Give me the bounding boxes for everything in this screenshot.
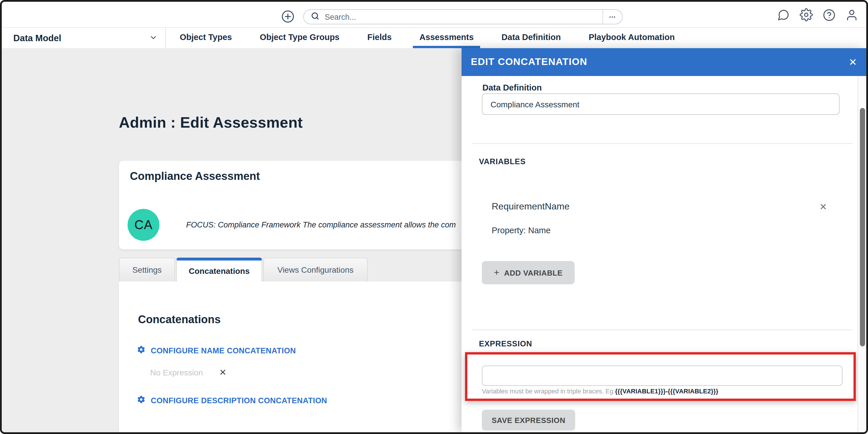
- divider: [472, 143, 853, 144]
- configure-name-concatenation-link[interactable]: CONFIGURE NAME CONCATENATION: [137, 345, 296, 356]
- assessment-card: Compliance Assessment CA FOCUS: Complian…: [119, 161, 490, 250]
- modal-body: Data Definition VARIABLES RequirementNam…: [462, 76, 858, 432]
- add-variable-label: ADD VARIABLE: [504, 268, 563, 277]
- module-tabs: Object Types Object Type Groups Fields A…: [166, 28, 688, 48]
- name-expression-row: No Expression ✕: [150, 367, 226, 378]
- variable-name: RequirementName: [492, 201, 570, 212]
- topbar-icons: [777, 2, 858, 28]
- close-icon[interactable]: ✕: [849, 56, 857, 68]
- search-input[interactable]: [323, 12, 602, 22]
- search-bar[interactable]: •••: [303, 9, 623, 24]
- tab-views-configurations[interactable]: Views Configurations: [263, 258, 368, 282]
- configure-description-concatenation-label: CONFIGURE DESCRIPTION CONCATENATION: [151, 396, 327, 405]
- module-selector[interactable]: Data Model: [2, 28, 166, 48]
- edit-concatenation-panel: EDIT CONCATENATION ✕ Data Definition VAR…: [462, 48, 866, 432]
- save-expression-button[interactable]: SAVE EXPRESSION: [482, 410, 575, 431]
- no-expression-label: No Expression: [150, 368, 203, 377]
- module-nav: Data Model Object Types Object Type Grou…: [2, 28, 866, 48]
- person-icon[interactable]: [845, 8, 858, 21]
- chevron-down-icon: [150, 33, 157, 43]
- top-bar: •••: [2, 2, 866, 28]
- expression-helper-text: Variables must be wrapped in triple brac…: [482, 387, 718, 395]
- expression-helper-example: {{{VARIABLE1}}}-{{{VARIABLE2}}}: [615, 387, 718, 395]
- expression-highlight-box: Variables must be wrapped in triple brac…: [465, 352, 856, 401]
- nav-tab-fields[interactable]: Fields: [361, 28, 398, 48]
- expression-heading: EXPRESSION: [479, 340, 532, 348]
- nav-tab-object-type-groups[interactable]: Object Type Groups: [253, 28, 346, 48]
- variables-heading: VARIABLES: [479, 157, 526, 166]
- help-circle-icon[interactable]: [823, 8, 836, 21]
- scrollbar-thumb[interactable]: [860, 108, 865, 346]
- modal-scrollbar[interactable]: [858, 76, 866, 432]
- browser-frame: •••: [0, 0, 868, 434]
- expression-input[interactable]: [482, 366, 842, 386]
- modal-title: EDIT CONCATENATION: [471, 56, 587, 68]
- search-main[interactable]: [304, 10, 602, 24]
- data-definition-label: Data Definition: [483, 83, 542, 92]
- concatenations-panel: Concatenations CONFIGURE NAME CONCATENAT…: [119, 281, 490, 434]
- configure-description-concatenation-link[interactable]: CONFIGURE DESCRIPTION CONCATENATION: [137, 395, 327, 406]
- page-title: Admin : Edit Assessment: [119, 114, 303, 132]
- assessment-description: FOCUS: Compliance Framework The complian…: [186, 221, 487, 229]
- nav-tab-playbook-automation[interactable]: Playbook Automation: [582, 28, 681, 48]
- divider: [472, 329, 853, 330]
- remove-variable-icon[interactable]: ✕: [819, 201, 827, 212]
- nav-tab-object-types[interactable]: Object Types: [174, 28, 238, 48]
- variable-property: Property: Name: [492, 226, 551, 235]
- plus-circle-icon: [281, 15, 294, 25]
- nav-tab-data-definition[interactable]: Data Definition: [495, 28, 567, 48]
- module-selector-label: Data Model: [13, 33, 61, 43]
- configure-name-concatenation-label: CONFIGURE NAME CONCATENATION: [151, 346, 296, 355]
- modal-header: EDIT CONCATENATION ✕: [462, 48, 866, 76]
- plus-icon: +: [494, 267, 499, 278]
- data-definition-input[interactable]: [482, 93, 840, 115]
- add-button[interactable]: [281, 10, 294, 26]
- app-window: •••: [0, 0, 868, 434]
- nav-tab-assessments[interactable]: Assessments: [413, 28, 480, 48]
- assessment-tabs: Settings Concatenations Views Configurat…: [119, 258, 368, 282]
- chat-bubble-icon[interactable]: [777, 8, 790, 21]
- tab-concatenations[interactable]: Concatenations: [176, 258, 262, 282]
- concatenations-heading: Concatenations: [138, 313, 221, 326]
- tab-settings[interactable]: Settings: [119, 258, 175, 282]
- search-icon: [311, 11, 319, 22]
- add-variable-button[interactable]: + ADD VARIABLE: [482, 261, 575, 284]
- save-expression-label: SAVE EXPRESSION: [492, 416, 565, 425]
- remove-expression-icon[interactable]: ✕: [219, 367, 226, 378]
- gear-icon[interactable]: [800, 8, 813, 22]
- gear-icon: [137, 345, 146, 356]
- assessment-name: Compliance Assessment: [130, 170, 260, 183]
- search-more-button[interactable]: •••: [602, 10, 622, 24]
- avatar: CA: [128, 209, 159, 241]
- gear-icon: [137, 395, 146, 406]
